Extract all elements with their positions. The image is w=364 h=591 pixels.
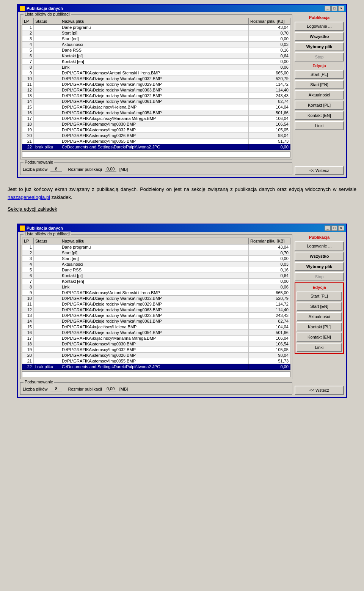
table-row: 2 Start [pl] 0,70	[22, 30, 290, 36]
start-pl-btn-2[interactable]: Start [PL]	[297, 292, 342, 301]
rozmiar-field-2: Rozmiar publikacji 0,00 [MB]	[68, 386, 128, 391]
cell-size: 0,06	[249, 284, 290, 290]
cell-size: 501,66	[249, 110, 290, 116]
liczba-label-2: Liczba plików	[23, 387, 47, 391]
cell-status	[34, 133, 60, 139]
cell-name: Aktualności	[60, 42, 249, 47]
table-row: 3 Start [en] 0,00	[22, 36, 290, 42]
cell-name: C:\Documents and Settings\Darek\Pulpit\I…	[60, 144, 249, 150]
cell-status	[34, 53, 60, 59]
start-pl-btn-1[interactable]: Start [PL]	[295, 70, 344, 79]
kontakt-pl-btn-2[interactable]: Kontakt [PL]	[297, 322, 342, 331]
titlebar-1: Publikacja danych _ □ ×	[18, 5, 346, 12]
cell-name: Dane RSS	[60, 267, 249, 273]
table-row: 21 D:\PL\GRAFIKA\stemscy\Img0055.BMP 51,…	[22, 139, 290, 144]
file-list-group-2: Lista plików do publikacji LP Status Naz…	[20, 234, 292, 379]
maximize-btn-1[interactable]: □	[331, 6, 337, 11]
titlebar-2: Publikacja danych _ □ ×	[18, 224, 346, 232]
maximize-btn-2[interactable]: □	[331, 225, 337, 231]
cell-name: Start [en]	[60, 256, 249, 262]
cell-size: 0,64	[249, 53, 290, 59]
cell-size: 98,04	[249, 133, 290, 139]
kontakt-pl-btn-1[interactable]: Kontakt [PL]	[295, 101, 344, 110]
cell-name: D:\PL\GRAFIKA\Dzieje rodziny Wamka\Img00…	[60, 93, 249, 99]
cell-status	[34, 70, 60, 76]
cell-size: 106,54	[249, 121, 290, 127]
cell-lp: 4	[22, 42, 34, 47]
stop-btn-1[interactable]: Stop	[295, 52, 344, 61]
wybrany-plik-btn-2[interactable]: Wybrany plik	[295, 262, 344, 271]
aktualnosci-btn-2[interactable]: Aktualności	[297, 312, 342, 321]
cell-lp: 22	[22, 364, 34, 370]
wybrany-plik-btn-1[interactable]: Wybrany plik	[295, 42, 344, 51]
cell-status	[34, 139, 60, 144]
col-name-2: Nazwa pliku	[60, 238, 249, 244]
cell-lp: 1	[22, 25, 34, 30]
close-btn-2[interactable]: ×	[338, 225, 344, 231]
rozmiar-value-2: 0,00	[105, 386, 116, 391]
cell-size: 51,73	[249, 358, 290, 364]
table-row: 18 D:\PL\GRAFIKA\stemscy\Img0030.BMP 106…	[22, 121, 290, 127]
cell-name: Dane programu	[60, 25, 249, 30]
table-row: 2 Start [pl] 0,70	[22, 250, 290, 256]
cell-lp: 14	[22, 99, 34, 104]
cell-lp: 18	[22, 341, 34, 347]
table-row: 7 Kontakt [en] 0,00	[22, 59, 290, 65]
rozmiar-value-1: 0,00	[105, 167, 116, 172]
window-icon-1	[20, 6, 25, 11]
window-controls-2[interactable]: _ □ ×	[325, 225, 344, 231]
linki-btn-1[interactable]: Linki	[295, 121, 344, 130]
linki-btn-2[interactable]: Linki	[297, 343, 342, 352]
publikacja-label-2: Publikacja	[295, 234, 344, 240]
cell-status	[34, 87, 60, 93]
cell-status	[34, 336, 60, 341]
start-en-btn-1[interactable]: Start [EN]	[295, 80, 344, 89]
cell-size: 665,00	[249, 290, 290, 296]
file-table-2: LP Status Nazwa pliku Rozmiar pliku [KB]…	[22, 238, 290, 370]
cell-status	[34, 110, 60, 116]
cell-size: 114,40	[249, 307, 290, 313]
window-title-1: Publikacja danych	[27, 6, 63, 11]
cell-lp: 8	[22, 284, 34, 290]
table-row: 9 D:\PL\GRAFIKA\stemscy\Antoni Stemski i…	[22, 290, 290, 296]
naszagenealogia-link[interactable]: naszagenealogia.pl	[8, 194, 50, 200]
cell-status	[34, 82, 60, 87]
cell-size: 501,66	[249, 330, 290, 336]
table-row: 16 D:\PL\GRAFIKA\Dzieje rodziny Wamka\Im…	[22, 110, 290, 116]
table-row: 11 D:\PL\GRAFIKA\Dzieje rodziny Wamka\Im…	[22, 301, 290, 307]
cell-lp: 11	[22, 301, 34, 307]
cell-status	[34, 99, 60, 104]
table-row: 10 D:\PL\GRAFIKA\Dzieje rodziny Wamka\Im…	[22, 76, 290, 82]
stop-btn-2[interactable]: Stop	[295, 272, 344, 281]
start-en-btn-2[interactable]: Start [EN]	[297, 302, 342, 311]
table-row: 14 D:\PL\GRAFIKA\Dzieje rodziny Wamka\Im…	[22, 99, 290, 104]
table-row: 19 D:\PL\GRAFIKA\stemscy\Img0032.BMP 105…	[22, 127, 290, 133]
rozmiar-unit-2: [MB]	[119, 387, 128, 391]
aktualnosci-btn-1[interactable]: Aktualności	[295, 90, 344, 99]
cell-size: 0,70	[249, 30, 290, 36]
kontakt-en-btn-1[interactable]: Kontakt [EN]	[295, 111, 344, 120]
cell-status	[34, 347, 60, 353]
cell-lp: 22	[22, 144, 34, 150]
minimize-btn-1[interactable]: _	[325, 6, 331, 11]
cell-size: 0,00	[249, 36, 290, 42]
cell-status	[34, 279, 60, 284]
wszystko-btn-2[interactable]: Wszystko	[295, 252, 344, 261]
cell-status	[34, 104, 60, 110]
cell-name: D:\PL\GRAFIKA\stemscy\Img0026.BMP	[60, 353, 249, 358]
cell-size: 98,04	[249, 353, 290, 358]
table-row: 10 D:\PL\GRAFIKA\Dzieje rodziny Wamka\Im…	[22, 296, 290, 301]
wstecz-btn-2[interactable]: << Wstecz	[295, 386, 344, 395]
cell-size: 114,40	[249, 87, 290, 93]
logowanie-btn-1[interactable]: Logowanie ...	[295, 22, 344, 31]
wszystko-btn-1[interactable]: Wszystko	[295, 32, 344, 41]
summary-content-1: Liczba plików 8 Rozmiar publikacji 0,00 …	[23, 166, 290, 172]
minimize-btn-2[interactable]: _	[325, 225, 331, 231]
window-controls-1[interactable]: _ □ ×	[325, 6, 344, 11]
cell-name: D:\PL\GRAFIKA\kujacińscy\Helena.BMP	[60, 104, 249, 110]
kontakt-en-btn-2[interactable]: Kontakt [EN]	[297, 333, 342, 342]
close-btn-1[interactable]: ×	[338, 6, 344, 11]
logowanie-btn-2[interactable]: Logowanie ...	[295, 241, 344, 251]
table-row: 5 Dane RSS 0,16	[22, 47, 290, 53]
wstecz-btn-1[interactable]: << Wstecz	[295, 166, 344, 175]
